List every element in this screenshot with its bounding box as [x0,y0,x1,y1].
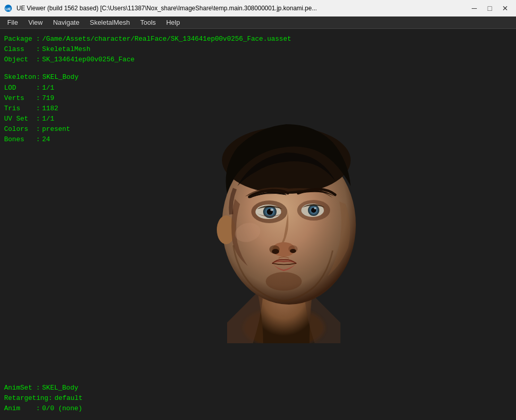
verts-value: 719 [42,93,54,104]
menu-view[interactable]: View [23,18,48,27]
menu-bar: File View Navigate SkeletalMesh Tools He… [0,16,516,29]
svg-point-22 [266,272,302,291]
anim-label: Anim [4,404,36,414]
close-button[interactable]: ✕ [498,3,512,13]
minimize-button[interactable]: ─ [468,3,481,13]
window-title: UE Viewer (build 1562 based) [C:\Users\1… [16,5,317,12]
app-icon: UE [4,4,12,12]
svg-text:UE: UE [5,7,11,11]
colors-row: Colors : present [4,124,291,135]
object-label: Object [4,55,36,65]
viewport[interactable]: Package : /Game/Assets/character/RealFac… [0,29,516,420]
svg-point-12 [270,208,273,211]
title-bar: UE UE Viewer (build 1562 based) [C:\User… [0,0,516,16]
retargeting-row: Retargeting : default [4,393,82,404]
retargeting-value: default [55,393,83,404]
retargeting-label: Retargeting [4,393,48,404]
lod-row: LOD : 1/1 [4,83,291,93]
lod-label: LOD [4,83,36,93]
menu-skeletalmesh[interactable]: SkeletalMesh [84,18,135,27]
anim-row: Anim : 0/0 (none) [4,404,82,414]
svg-point-16 [314,207,317,209]
animset-row: AnimSet : SKEL_Body [4,383,82,393]
package-value: /Game/Assets/character/RealFace/SK_13464… [42,34,291,44]
class-row: Class : SkeletalMesh [4,44,291,55]
anim-value: 0/0 (none) [42,404,82,414]
tris-value: 1182 [42,104,58,114]
skeleton-value: SKEL_Body [42,72,78,82]
tris-row: Tris : 1182 [4,104,291,114]
package-row: Package : /Game/Assets/character/RealFac… [4,34,291,44]
lod-value: 1/1 [42,83,54,93]
skeleton-label: Skeleton [4,72,36,82]
title-bar-left: UE UE Viewer (build 1562 based) [C:\User… [4,4,317,12]
verts-row: Verts : 719 [4,93,291,104]
menu-tools[interactable]: Tools [135,18,161,27]
bottom-overlay: AnimSet : SKEL_Body Retargeting : defaul… [4,383,82,414]
animset-value: SKEL_Body [42,383,78,393]
spacer1 [4,65,291,72]
bones-value: 24 [42,135,50,145]
svg-point-20 [272,249,279,254]
class-value: SkeletalMesh [42,44,91,55]
bones-row: Bones : 24 [4,135,291,145]
object-row: Object : SK_134641ep00v0256_Face [4,55,291,65]
verts-label: Verts [4,93,36,104]
menu-navigate[interactable]: Navigate [48,18,84,27]
uvset-label: UV Set [4,114,36,124]
uvset-row: UV Set : 1/1 [4,114,291,124]
tris-label: Tris [4,104,36,114]
colors-value: present [42,124,71,135]
package-label: Package [4,34,36,44]
title-bar-controls: ─ □ ✕ [468,3,512,13]
animset-label: AnimSet [4,383,36,393]
class-label: Class [4,44,36,55]
colors-label: Colors [4,124,36,135]
svg-point-21 [290,249,296,253]
maximize-button[interactable]: □ [483,3,496,13]
menu-file[interactable]: File [2,18,23,27]
skeleton-row: Skeleton : SKEL_Body [4,72,291,82]
object-value: SK_134641ep00v0256_Face [42,55,134,65]
menu-help[interactable]: Help [161,18,185,27]
bones-label: Bones [4,135,36,145]
uvset-value: 1/1 [42,114,54,124]
info-overlay: Package : /Game/Assets/character/RealFac… [4,34,291,145]
